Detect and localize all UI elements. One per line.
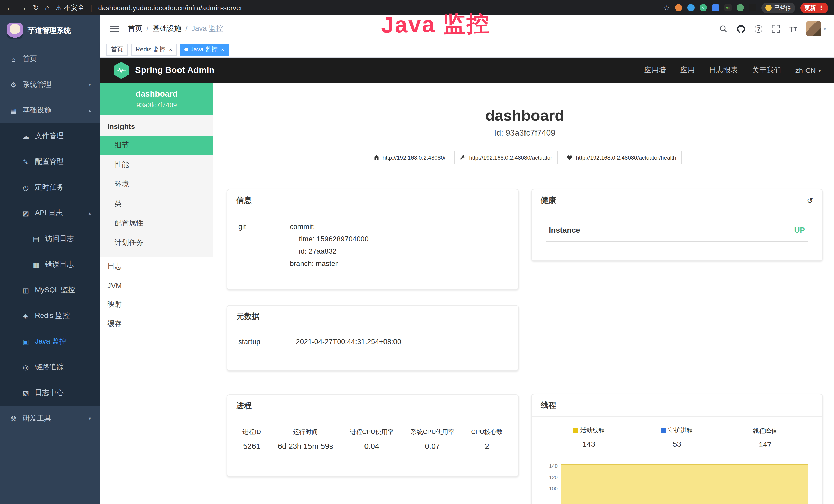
service-url-link[interactable]: http://192.168.0.2:48080/	[368, 151, 451, 164]
help-icon[interactable]: ?	[755, 25, 762, 32]
github-icon[interactable]	[737, 24, 745, 33]
tab-home[interactable]: 首页	[106, 43, 128, 56]
home-icon: ⌂	[9, 55, 18, 63]
sidebar-item-trace[interactable]: ◎ 链路追踪	[0, 354, 100, 380]
sidebar-item-infrastructure[interactable]: ▦ 基础设施 ▴	[0, 97, 100, 123]
sidebar-item-label: 访问日志	[45, 234, 74, 244]
breadcrumb-item-current: Java 监控	[192, 24, 223, 33]
kebab-menu-icon: ⋮	[818, 4, 824, 11]
history-icon[interactable]: ↺	[807, 196, 813, 205]
infrastructure-icon: ▦	[9, 107, 18, 114]
breadcrumb-separator: /	[147, 25, 149, 33]
extension-on-icon[interactable]: on	[724, 4, 731, 11]
sba-sidebar: dashboard 93a3fc7f7409 Insights 细节 性能 环境…	[100, 83, 213, 504]
sba-item-caches[interactable]: 缓存	[100, 314, 213, 334]
close-icon[interactable]: ×	[169, 47, 172, 52]
extension-leaf-icon[interactable]	[737, 4, 744, 11]
sidebar-item-file-management[interactable]: ☁ 文件管理	[0, 123, 100, 149]
extension-vue-icon[interactable]: v	[700, 4, 707, 11]
config-icon: ✎	[22, 158, 30, 166]
sba-nav-applications[interactable]: 应用	[680, 66, 695, 75]
sidebar-item-mysql-monitor[interactable]: ◫ MySQL 监控	[0, 277, 100, 303]
health-url-link[interactable]: http://192.168.0.2:48080/actuator/health	[561, 151, 682, 164]
reload-icon[interactable]: ↻	[33, 4, 39, 12]
card-title: 健康	[541, 196, 556, 205]
sidebar-item-redis-monitor[interactable]: ◈ Redis 监控	[0, 303, 100, 329]
tab-redis-monitor[interactable]: Redis 监控 ×	[131, 43, 177, 56]
instance-health-row[interactable]: Instance UP	[546, 222, 808, 242]
sba-item-scheduled[interactable]: 计划任务	[100, 233, 213, 253]
chevron-down-icon: ▾	[89, 82, 91, 87]
profile-paused-badge[interactable]: 已暂停	[761, 2, 795, 13]
sba-item-metrics[interactable]: 性能	[100, 155, 213, 175]
sidebar-item-scheduled-tasks[interactable]: ◷ 定时任务	[0, 175, 100, 200]
font-size-icon[interactable]: TT	[789, 24, 797, 33]
sba-item-config-props[interactable]: 配置属性	[100, 214, 213, 233]
sba-nav-wallboard[interactable]: 应用墙	[644, 66, 666, 75]
sba-nav-journal[interactable]: 日志报表	[709, 66, 738, 75]
sba-brand[interactable]: Spring Boot Admin	[113, 62, 215, 79]
extension-orange-icon[interactable]	[675, 4, 682, 11]
link-label: http://192.168.0.2:48080/	[382, 155, 445, 161]
process-metric: 进程ID 5261	[242, 428, 261, 450]
app-logo[interactable]: 芋道管理系统	[0, 16, 100, 46]
close-icon[interactable]: ×	[221, 47, 224, 52]
chrome-update-button[interactable]: 更新 ⋮	[800, 2, 828, 13]
extension-drop-icon[interactable]	[687, 4, 695, 11]
metadata-card: 元数据 startup 2021-04-27T00:44:31.254+08:0…	[226, 305, 519, 371]
home-browser-icon[interactable]: ⌂	[45, 4, 49, 12]
sidebar-item-error-logs[interactable]: ▥ 错误日志	[0, 252, 100, 277]
sidebar-item-log-center[interactable]: ▧ 日志中心	[0, 380, 100, 406]
bookmark-star-icon[interactable]: ☆	[663, 4, 670, 12]
sba-nav-about[interactable]: 关于我们	[752, 66, 781, 75]
access-log-icon: ▤	[32, 235, 40, 243]
sidebar-item-api-logs[interactable]: ▨ API 日志 ▴	[0, 200, 100, 226]
breadcrumb-item-infrastructure[interactable]: 基础设施	[153, 24, 181, 33]
sidebar-item-access-logs[interactable]: ▤ 访问日志	[0, 226, 100, 252]
fullscreen-icon[interactable]	[772, 25, 780, 33]
search-icon[interactable]	[719, 25, 727, 33]
actuator-url-link[interactable]: http://192.168.0.2:48080/actuator	[454, 151, 558, 164]
sba-item-mappings[interactable]: 映射	[100, 295, 213, 314]
link-label: http://192.168.0.2:48080/actuator	[469, 155, 552, 161]
sba-language-select[interactable]: zh-CN ▾	[795, 66, 821, 74]
legend-value: 53	[633, 439, 721, 448]
warning-icon: ⚠	[56, 4, 61, 12]
sba-item-details[interactable]: 细节	[100, 136, 213, 155]
sba-item-logs[interactable]: 日志	[100, 257, 213, 276]
sidebar-item-java-monitor[interactable]: ▣ Java 监控	[0, 329, 100, 354]
card-title: 线程	[531, 394, 822, 417]
sba-app-header[interactable]: dashboard 93a3fc7f7409	[100, 83, 213, 115]
extension-paw-icon[interactable]	[749, 4, 756, 11]
info-card: 信息 git commit: time: 1596289704000 id: 2…	[226, 189, 519, 290]
sidebar-item-label: 链路追踪	[35, 363, 64, 372]
sidebar-item-system-management[interactable]: ⚙ 系统管理 ▾	[0, 72, 100, 97]
tab-java-monitor[interactable]: Java 监控 ×	[180, 43, 229, 56]
sidebar-item-home[interactable]: ⌂ 首页	[0, 46, 100, 72]
extension-grid-icon[interactable]	[712, 4, 719, 11]
legend-peak-threads: 线程峰值 147	[721, 426, 809, 449]
metric-label: 进程ID	[242, 428, 261, 436]
back-icon[interactable]: ←	[6, 4, 13, 12]
process-metric: CPU核心数 2	[471, 428, 503, 450]
chevron-down-icon: ▾	[89, 416, 91, 421]
address-bar[interactable]: dashboard.yudao.iocoder.cn/infra/admin-s…	[98, 4, 242, 12]
sba-item-jvm[interactable]: JVM	[100, 276, 213, 295]
hamburger-icon[interactable]	[108, 24, 121, 34]
sidebar-item-label: 错误日志	[45, 260, 74, 269]
breadcrumb-item-home[interactable]: 首页	[128, 24, 142, 33]
security-status[interactable]: ⚠ 不安全	[56, 3, 84, 12]
avatar[interactable]: ▾	[806, 21, 826, 37]
sidebar-item-config-management[interactable]: ✎ 配置管理	[0, 149, 100, 175]
spring-boot-admin: Spring Boot Admin 应用墙 应用 日志报表 关于我们 zh-CN…	[100, 58, 834, 504]
sidebar-item-dev-tools[interactable]: ⚒ 研发工具 ▾	[0, 406, 100, 431]
breadcrumb-separator: /	[185, 25, 188, 33]
sba-item-environment[interactable]: 环境	[100, 175, 213, 194]
forward-icon[interactable]: →	[20, 4, 27, 12]
sba-item-classes[interactable]: 类	[100, 194, 213, 214]
update-label: 更新	[805, 4, 816, 12]
sba-language-label: zh-CN	[795, 66, 816, 74]
sidebar-item-label: MySQL 监控	[35, 285, 75, 295]
trace-icon: ◎	[22, 363, 30, 371]
home-icon	[373, 155, 379, 161]
